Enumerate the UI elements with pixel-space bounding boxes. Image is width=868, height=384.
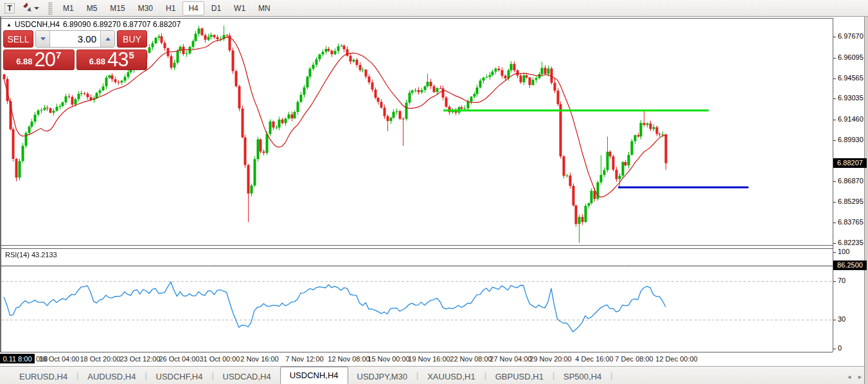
- time-axis-label: 31 Oct 00:00: [200, 355, 240, 363]
- sell-button[interactable]: SELL: [3, 30, 33, 48]
- volume-decrease-button[interactable]: [36, 31, 50, 47]
- chart-tab-sp500[interactable]: SP500,H4: [554, 369, 610, 384]
- tab-scroll-right-icon[interactable]: ►: [857, 374, 863, 380]
- one-click-trade-panel: SELL 3.00 BUY 6.88 20 7 6.88 43 5: [3, 30, 147, 70]
- buy-price-big-digits: 43: [107, 51, 128, 68]
- price-axis-tick: 6.97670: [838, 32, 864, 40]
- time-axis-label: 12 Nov 08:00: [328, 355, 369, 363]
- time-axis-label: 12 Dec 00:00: [655, 355, 697, 363]
- timeframe-button-H4[interactable]: H4: [182, 1, 204, 15]
- price-axis-tick: 6.82235: [838, 239, 864, 246]
- chart-tab-bar: EURUSD,H4|AUDUSD,H4|USDCHF,H4|USDCAD,H4U…: [0, 366, 864, 384]
- window-right-edge[interactable]: [864, 17, 868, 384]
- caret-down-icon: [40, 37, 46, 41]
- time-cursor-marker: 0.11 8:00: [0, 354, 35, 363]
- time-axis-label: 26 Oct 04:00: [159, 355, 200, 363]
- price-axis-tick: 6.85295: [838, 197, 864, 205]
- arrow-objects-button[interactable]: [17, 1, 43, 15]
- time-axis-label: 29 Nov 20:00: [529, 355, 571, 363]
- time-axis-label: 7 Nov 12:00: [285, 355, 323, 363]
- price-axis-tick: 6.89930: [838, 136, 864, 143]
- time-axis-label: 16 Oct 04:00: [39, 355, 80, 363]
- time-axis-label: 27 Nov 04:00: [490, 355, 531, 363]
- sell-price-prefix: 6.88: [16, 57, 32, 66]
- chart-tab-usdchf[interactable]: USDCHF,H4: [147, 369, 212, 384]
- buy-button[interactable]: BUY: [117, 30, 147, 48]
- buy-price-display[interactable]: 6.88 43 5: [76, 50, 148, 70]
- rsi-level-marker: 86.2500: [833, 261, 867, 270]
- time-axis-label: 7 Dec 08:00: [615, 355, 653, 363]
- price-axis-tick: 6.93035: [838, 94, 864, 102]
- price-axis-tick: 6.83765: [838, 218, 864, 226]
- tab-separator: |: [610, 371, 612, 380]
- buy-price-prefix: 6.88: [89, 57, 105, 66]
- time-axis-label: 19 Nov 16:00: [408, 355, 450, 363]
- rsi-indicator-canvas[interactable]: [1, 249, 833, 352]
- time-axis[interactable]: 0.11 8:00 018 16 Oct 04:0018 Oct 20:0023…: [0, 352, 864, 366]
- volume-stepper: 3.00: [35, 30, 115, 48]
- current-price-marker: 6.88207: [833, 158, 867, 168]
- sell-price-display[interactable]: 6.88 20 7: [3, 50, 75, 70]
- rsi-axis-tick: 30: [838, 315, 846, 323]
- time-axis-label: 22 Nov 08:00: [450, 355, 492, 363]
- tab-scroll-buttons: ◄ ►: [846, 374, 863, 380]
- arrows-icon: [22, 2, 32, 14]
- pane-splitter-top[interactable]: [1, 245, 833, 246]
- volume-input[interactable]: 3.00: [50, 31, 100, 47]
- text-tool-icon: T: [4, 3, 15, 14]
- timeframe-button-M30[interactable]: M30: [132, 1, 159, 15]
- volume-increase-button[interactable]: [100, 31, 114, 47]
- timeframe-button-M5[interactable]: M5: [81, 1, 103, 15]
- chart-tab-usdcad[interactable]: USDCAD,H4: [214, 369, 280, 384]
- rsi-axis-tick: 70: [838, 277, 846, 284]
- pane-splitter-bottom[interactable]: [1, 248, 833, 249]
- chart-tab-gbpusd[interactable]: GBPUSD,H1: [486, 369, 553, 384]
- time-axis-label: 2 Nov 16:00: [240, 355, 278, 363]
- mt4-window: T M1M5M15M30H1H4D1W1MN ▲ USDCNH,H4 6.890…: [0, 0, 868, 384]
- timeframe-button-W1[interactable]: W1: [228, 1, 251, 15]
- timeframe-button-D1[interactable]: D1: [206, 1, 227, 15]
- toolbar-separator: [48, 2, 53, 15]
- chart-title: ▲ USDCNH,H4 6.89090 6.89270 6.87707 6.88…: [6, 20, 181, 29]
- time-axis-label: 15 Nov 00:00: [368, 355, 409, 363]
- time-axis-label: 18 Oct 20:00: [80, 355, 121, 363]
- timeframe-buttons: M1M5M15M30H1H4D1W1MN: [57, 1, 277, 15]
- timeframe-button-M15[interactable]: M15: [104, 1, 130, 15]
- symbol-direction-icon: ▲: [6, 22, 12, 28]
- chevron-down-icon: [34, 7, 39, 10]
- axis-separator-line: [833, 18, 833, 352]
- time-axis-label: 4 Dec 16:00: [575, 355, 613, 363]
- chart-tab-usdcnh[interactable]: USDCNH,H4: [280, 367, 348, 384]
- timeframe-button-H1[interactable]: H1: [160, 1, 181, 15]
- time-axis-label: 23 Oct 12:00: [120, 355, 161, 363]
- timeframe-button-MN[interactable]: MN: [252, 1, 276, 15]
- price-axis-tick: 6.91460: [838, 115, 864, 123]
- chart-tab-usdjpy[interactable]: USDJPY,M30: [348, 369, 417, 384]
- toolbar: T M1M5M15M30H1H4D1W1MN: [0, 0, 868, 17]
- tab-scroll-left-icon[interactable]: ◄: [846, 374, 852, 380]
- sell-price-pip-digit: 7: [56, 50, 61, 60]
- price-axis-tick: 6.94565: [838, 74, 864, 82]
- sell-price-big-digits: 20: [34, 51, 55, 68]
- buy-price-pip-digit: 5: [128, 50, 134, 60]
- rsi-axis-tick: 100: [838, 248, 849, 255]
- price-axis-tick: 6.86870: [838, 177, 864, 185]
- chart-tab-eurusd[interactable]: EURUSD,H4: [10, 369, 76, 384]
- chart-tab-audusd[interactable]: AUDUSD,H4: [78, 369, 145, 384]
- rsi-axis-tick: 0: [838, 344, 842, 352]
- text-label-tool-button[interactable]: T: [2, 1, 17, 15]
- chart-tab-xauusd[interactable]: XAUUSD,H1: [418, 369, 484, 384]
- price-pane-top-border: [1, 18, 833, 19]
- price-axis-tick: 6.96095: [838, 53, 864, 61]
- chart-ohlc: 6.89090 6.89270 6.87707 6.88207: [63, 20, 181, 29]
- chart-symbol: USDCNH,H4: [15, 20, 60, 29]
- rsi-indicator-label: RSI(14) 43.2133: [5, 251, 57, 259]
- caret-up-icon: [105, 37, 111, 41]
- timeframe-button-M1[interactable]: M1: [57, 1, 80, 15]
